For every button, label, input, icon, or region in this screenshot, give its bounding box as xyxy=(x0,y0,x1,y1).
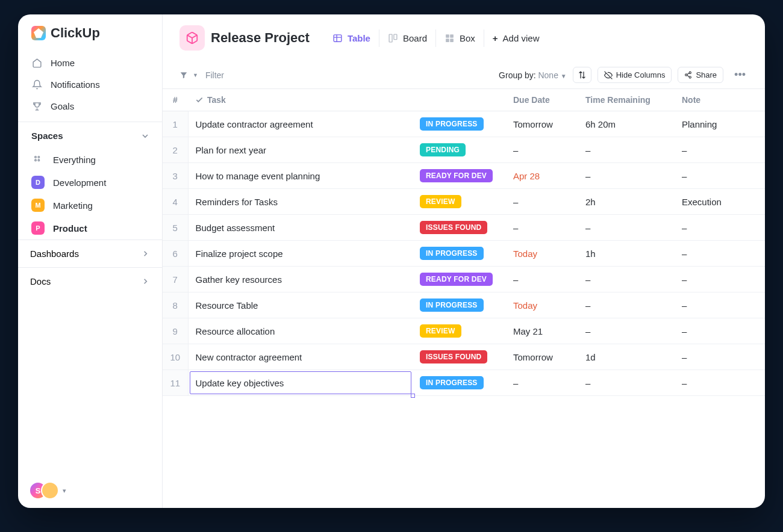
nav-goals[interactable]: Goals xyxy=(18,95,162,117)
col-header-time[interactable]: Time Remaining xyxy=(578,89,675,111)
user-switcher[interactable]: S ▾ xyxy=(18,473,162,508)
view-tab-box[interactable]: Box xyxy=(435,29,484,47)
nav-notifications[interactable]: Notifications xyxy=(18,73,162,95)
sidebar-item-space[interactable]: P Product xyxy=(18,217,162,240)
avatar xyxy=(41,481,59,500)
col-header-task[interactable]: Task xyxy=(188,89,413,111)
view-tab-table[interactable]: Table xyxy=(324,29,379,47)
nav-home[interactable]: Home xyxy=(18,52,162,73)
row-number: 1 xyxy=(163,111,188,137)
table-row[interactable]: 2 Plan for next year PENDING – – – xyxy=(163,137,765,163)
sidebar-item-docs[interactable]: Docs xyxy=(18,267,162,295)
task-name-cell[interactable]: Budget assessment xyxy=(188,215,413,241)
due-date-cell[interactable]: – xyxy=(506,370,578,396)
col-header-due[interactable]: Due Date xyxy=(506,89,578,111)
add-view-button[interactable]: + Add view xyxy=(484,29,548,47)
time-remaining-cell[interactable]: 1h xyxy=(578,241,675,267)
hide-columns-button[interactable]: Hide Columns xyxy=(597,67,672,83)
table-row[interactable]: 8 Resource Table IN PROGRESS Today – – xyxy=(163,292,765,318)
note-cell[interactable]: – xyxy=(675,292,765,318)
note-cell[interactable]: – xyxy=(675,137,765,163)
sidebar-item-dashboards[interactable]: Dashboards xyxy=(18,240,162,267)
due-date-cell[interactable]: Today xyxy=(506,292,578,318)
status-cell[interactable]: REVIEW xyxy=(413,318,506,344)
time-remaining-cell[interactable]: – xyxy=(578,267,675,292)
status-cell[interactable]: REVIEW xyxy=(413,189,506,215)
time-remaining-cell[interactable]: – xyxy=(578,292,675,318)
brand-logo[interactable]: ClickUp xyxy=(18,14,162,47)
note-cell[interactable]: – xyxy=(675,241,765,267)
due-date-cell[interactable]: – xyxy=(506,189,578,215)
task-name-cell[interactable]: Plan for next year xyxy=(188,137,413,163)
col-header-number[interactable]: # xyxy=(163,89,188,111)
table-row[interactable]: 11 Update key objectives IN PROGRESS – –… xyxy=(163,370,765,396)
status-cell[interactable]: IN PROGRESS xyxy=(413,111,506,137)
due-date-cell[interactable]: – xyxy=(506,267,578,292)
table-row[interactable]: 10 New contractor agreement ISSUES FOUND… xyxy=(163,344,765,370)
due-date-cell[interactable]: Today xyxy=(506,241,578,267)
table-row[interactable]: 6 Finalize project scope IN PROGRESS Tod… xyxy=(163,241,765,267)
more-menu[interactable]: ••• xyxy=(729,66,750,84)
status-cell[interactable]: PENDING xyxy=(413,137,506,163)
note-cell[interactable]: – xyxy=(675,163,765,189)
status-cell[interactable]: ISSUES FOUND xyxy=(413,344,506,370)
time-remaining-cell[interactable]: – xyxy=(578,137,675,163)
table-row[interactable]: 5 Budget assessment ISSUES FOUND – – – xyxy=(163,215,765,241)
task-name-cell[interactable]: Gather key resources xyxy=(188,267,413,292)
due-date-cell[interactable]: Apr 28 xyxy=(506,163,578,189)
sidebar-item-space[interactable]: M Marketing xyxy=(18,194,162,217)
status-cell[interactable]: ISSUES FOUND xyxy=(413,215,506,241)
status-cell[interactable]: IN PROGRESS xyxy=(413,241,506,267)
note-cell[interactable]: Execution xyxy=(675,189,765,215)
task-name-cell[interactable]: Update key objectives xyxy=(188,370,413,396)
svg-point-0 xyxy=(35,156,37,158)
groupby-dropdown[interactable]: Group by: None ▼ xyxy=(499,70,567,80)
sidebar-item-everything[interactable]: Everything xyxy=(18,148,162,171)
time-remaining-cell[interactable]: 6h 20m xyxy=(578,111,675,137)
due-date-cell[interactable]: – xyxy=(506,215,578,241)
task-name-cell[interactable]: New contractor agreement xyxy=(188,344,413,370)
row-number: 2 xyxy=(163,137,188,163)
share-button[interactable]: Share xyxy=(678,67,723,83)
due-date-cell[interactable]: – xyxy=(506,137,578,163)
table-row[interactable]: 7 Gather key resources READY FOR DEV – –… xyxy=(163,267,765,292)
table-row[interactable]: 9 Resource allocation REVIEW May 21 – – xyxy=(163,318,765,344)
note-cell[interactable]: – xyxy=(675,370,765,396)
note-cell[interactable]: Planning xyxy=(675,111,765,137)
sidebar-item-space[interactable]: D Development xyxy=(18,171,162,194)
due-date-cell[interactable]: May 21 xyxy=(506,318,578,344)
task-name-cell[interactable]: Finalize project scope xyxy=(188,241,413,267)
table-row[interactable]: 4 Reminders for Tasks REVIEW – 2h Execut… xyxy=(163,189,765,215)
due-date-cell[interactable]: Tomorrow xyxy=(506,111,578,137)
time-remaining-cell[interactable]: 1d xyxy=(578,344,675,370)
task-name-cell[interactable]: Update contractor agreement xyxy=(188,111,413,137)
task-name-cell[interactable]: Resource allocation xyxy=(188,318,413,344)
spaces-header[interactable]: Spaces xyxy=(18,122,162,148)
note-cell[interactable]: – xyxy=(675,318,765,344)
view-tab-board[interactable]: Board xyxy=(379,29,435,47)
note-cell[interactable]: – xyxy=(675,267,765,292)
time-remaining-cell[interactable]: – xyxy=(578,318,675,344)
status-cell[interactable]: IN PROGRESS xyxy=(413,292,506,318)
time-remaining-cell[interactable]: – xyxy=(578,215,675,241)
col-header-status[interactable] xyxy=(413,89,506,111)
table-row[interactable]: 3 How to manage event planning READY FOR… xyxy=(163,163,765,189)
status-cell[interactable]: READY FOR DEV xyxy=(413,163,506,189)
hide-columns-label: Hide Columns xyxy=(616,70,666,79)
task-name-cell[interactable]: Resource Table xyxy=(188,292,413,318)
col-header-note[interactable]: Note xyxy=(675,89,765,111)
table-row[interactable]: 1 Update contractor agreement IN PROGRES… xyxy=(163,111,765,137)
task-name-cell[interactable]: How to manage event planning xyxy=(188,163,413,189)
due-date-cell[interactable]: Tomorrow xyxy=(506,344,578,370)
status-cell[interactable]: IN PROGRESS xyxy=(413,370,506,396)
time-remaining-cell[interactable]: – xyxy=(578,163,675,189)
time-remaining-cell[interactable]: – xyxy=(578,370,675,396)
time-remaining-cell[interactable]: 2h xyxy=(578,189,675,215)
note-cell[interactable]: – xyxy=(675,344,765,370)
task-table: # Task Due Date Time Remaining xyxy=(163,88,765,396)
status-cell[interactable]: READY FOR DEV xyxy=(413,267,506,292)
note-cell[interactable]: – xyxy=(675,215,765,241)
task-name-cell[interactable]: Reminders for Tasks xyxy=(188,189,413,215)
filter-button[interactable]: ▼ Filter xyxy=(173,67,230,84)
sort-button[interactable] xyxy=(573,67,591,83)
